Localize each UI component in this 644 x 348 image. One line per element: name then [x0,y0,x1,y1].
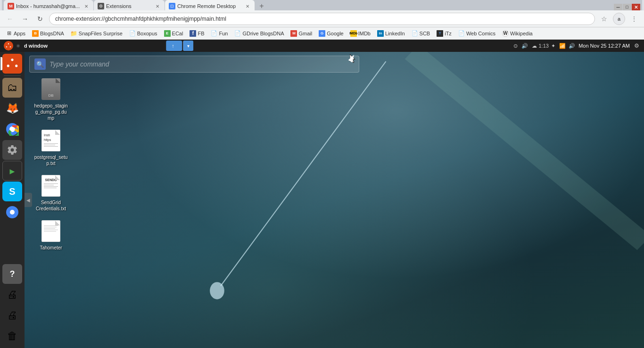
back-button[interactable]: ← [4,13,16,25]
svg-point-3 [6,46,7,47]
tray-icon-cloud: ☁ [530,42,538,50]
bookmark-webcomics-label: Web Comics [466,31,495,36]
unity-launcher: 🗂 🦊 [0,52,25,348]
blogsdna-icon: B [32,30,39,37]
tray-icon-2: 🔊 [521,42,528,50]
bookmark-itz[interactable]: T iTz [434,28,454,39]
tray-icons: ⊙ 🔊 ☁ 1:13 ✦ 📶 🔊 [512,42,576,50]
bookmark-google[interactable]: G Google [316,28,346,39]
desktop-area[interactable]: 🔍 Type your command DB h [25,52,644,348]
svg-point-7 [7,65,9,67]
launcher-icon-trash[interactable]: 🗑 [2,326,22,346]
bookmark-star[interactable]: ☆ [598,13,610,25]
scb-icon: 📄 [412,30,418,37]
desktop-icons: DB hedgepo_staging_dump_pg.dump Insti [32,78,70,251]
tab-favicon-remote: ⊡ [169,3,175,9]
tab-title-gmail: Inbox - humzashah@gma... [16,3,81,9]
launcher-icon-skype[interactable]: S [2,182,22,201]
ubuntu-logo[interactable] [4,41,13,50]
search-placeholder: Type your command [50,60,354,68]
apps-icon: ⊞ [6,30,12,37]
launcher-icon-chrome[interactable] [2,119,22,139]
svg-point-10 [10,127,15,132]
share-button[interactable]: ↑ [166,41,182,51]
bookmark-fun-label: Fun [219,31,228,36]
tab-title-remote: Chrome Remote Desktop [177,3,242,9]
bookmark-webcomics[interactable]: 📄 Web Comics [455,28,498,39]
launcher-icon-printer[interactable]: 🖨 [2,285,22,305]
bookmark-wikipedia[interactable]: W Wikipedia [499,28,536,39]
bookmark-apps-label: Apps [14,31,25,36]
itz-icon: T [437,30,443,37]
tab-close-gmail[interactable]: ✕ [83,3,90,9]
ubuntu-app-menu[interactable]: ⚛ [16,43,20,49]
launcher-sidebar-toggle[interactable]: ◀ [25,193,32,207]
search-overlay: 🔍 Type your command [29,54,639,75]
bookmark-snapfiles[interactable]: 📁 SnapFiles Surprise [68,28,125,39]
fb-icon: f [190,30,196,37]
launcher-icon-help[interactable]: ? [2,264,22,284]
ecal-icon: E [164,30,171,37]
launcher-icon-ubuntu[interactable] [2,54,22,74]
imdb-icon: IMDb [350,30,357,37]
postgresql-icon-image: Insti https [41,129,60,152]
bookmark-wikipedia-label: Wikipedia [510,31,533,36]
launcher-divider-1 [4,75,21,76]
desktop-icon-tahometer[interactable]: Tahometer [32,220,70,251]
ubuntu-settings-icon[interactable]: ⚙ [633,42,640,50]
share-dropdown[interactable]: ▾ [183,41,193,51]
launcher-icon-settings[interactable] [2,140,22,160]
launcher-icon-scanner[interactable]: 🖨 [2,306,22,325]
bookmark-boxopus-label: Boxopus [137,31,157,36]
bookmark-apps[interactable]: ⊞ Apps [3,28,28,39]
remote-desktop-window: ⚛ d window ↑ ▾ ⊙ 🔊 ☁ [0,40,644,348]
bookmark-gdrive[interactable]: 📄 GDrive BlogsDNA [231,28,287,39]
reload-button[interactable]: ↻ [34,13,46,25]
bookmark-linkedin[interactable]: in LinkedIn [374,28,408,39]
svg-point-1 [8,43,9,44]
fun-icon: 📄 [211,30,217,37]
launcher-icon-terminal[interactable]: ▶ [2,161,22,181]
profile-button[interactable]: a [613,13,625,25]
wikipedia-icon: W [502,30,509,37]
launcher-icon-firefox[interactable]: 🦊 [2,99,22,118]
bookmark-fun[interactable]: 📄 Fun [208,28,231,39]
svg-point-12 [10,210,15,215]
tray-icon-1: ⊙ [512,42,519,50]
desktop-icon-postgresql[interactable]: Insti https postgresql_setup.txt [32,129,70,167]
desktop-icon-sendgrid[interactable]: SENDG SendGrid Credentials.txt [32,174,70,212]
address-input[interactable] [49,13,595,25]
bookmark-scb[interactable]: 📄 SCB [409,28,433,39]
minimize-button[interactable]: ─ [614,4,622,10]
bookmark-itz-label: iTz [445,31,452,36]
bookmark-blogsdna[interactable]: B BlogsDNA [29,28,67,39]
desktop-wallpaper [25,52,644,348]
tahometer-icon-label: Tahometer [38,244,63,251]
bookmark-boxopus[interactable]: 📄 Boxopus [126,28,160,39]
maximize-button[interactable]: □ [623,4,631,10]
launcher-icon-files[interactable]: 🗂 [2,78,22,98]
bookmark-snapfiles-label: SnapFiles Surprise [79,31,123,36]
ubuntu-top-bar: ⚛ d window ↑ ▾ ⊙ 🔊 ☁ [0,40,644,52]
chrome-menu-button[interactable]: ⋮ [628,13,640,25]
tab-favicon-extensions: ⚙ [98,3,104,9]
bookmarks-bar: ⊞ Apps B BlogsDNA 📁 SnapFiles Surprise 📄… [0,27,644,40]
launcher-icon-chrome2[interactable] [2,202,22,222]
bookmark-fb[interactable]: f FB [187,28,207,39]
bookmark-gdrive-label: GDrive BlogsDNA [242,31,284,36]
battery-time: 1:13 [538,43,548,49]
share-icon: ↑ [172,43,174,49]
bookmark-ecal[interactable]: E ECal [161,28,186,39]
bookmark-imdb[interactable]: IMDb IMDb [347,28,373,39]
title-bar: M Inbox - humzashah@gma... ✕ ⚙ Extension… [0,0,644,10]
google-icon: G [319,30,325,37]
bookmark-gmail[interactable]: M Gmail [288,28,315,39]
tab-close-extensions[interactable]: ✕ [154,3,161,9]
tab-title-extensions: Extensions [106,3,152,9]
close-button[interactable]: ✕ [632,4,640,10]
bookmark-fb-label: FB [198,31,204,36]
search-box[interactable]: 🔍 Type your command [29,56,359,73]
desktop-icon-hedgepo[interactable]: DB hedgepo_staging_dump_pg.dump [32,78,70,122]
forward-button[interactable]: → [19,13,31,25]
tab-close-remote[interactable]: ✕ [244,3,251,9]
